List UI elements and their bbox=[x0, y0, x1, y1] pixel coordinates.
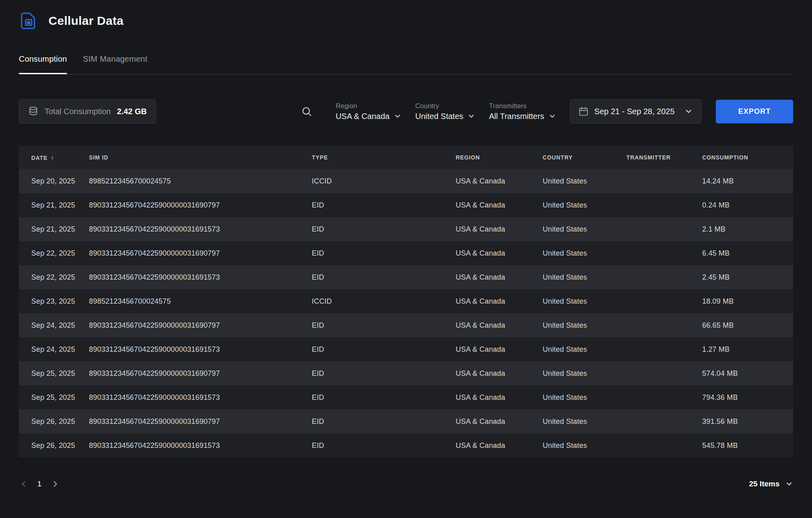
cell-transmitter bbox=[626, 361, 702, 385]
table-row: Sep 24, 20258903312345670422590000003169… bbox=[19, 337, 793, 361]
tab-consumption[interactable]: Consumption bbox=[19, 54, 67, 74]
export-button[interactable]: EXPORT bbox=[716, 100, 793, 123]
date-range-picker[interactable]: Sep 21 - Sep 28, 2025 bbox=[570, 99, 701, 123]
table-body: Sep 20, 202589852123456700024575ICCIDUSA… bbox=[19, 169, 793, 458]
cell-country: United States bbox=[543, 385, 626, 409]
cell-sim-id: 89033123456704225900000031690797 bbox=[89, 193, 312, 217]
cell-type: EID bbox=[312, 385, 456, 409]
cellular-data-page: Cellular Data Consumption SIM Management… bbox=[0, 0, 812, 518]
chevron-down-icon bbox=[785, 480, 793, 488]
cell-date: Sep 22, 2025 bbox=[19, 241, 89, 265]
cell-type: EID bbox=[312, 193, 456, 217]
column-header-consumption[interactable]: CONSUMPTION bbox=[702, 146, 793, 169]
cell-consumption: 18.09 MB bbox=[702, 289, 793, 313]
cell-region: USA & Canada bbox=[456, 409, 543, 433]
total-consumption-value: 2.42 GB bbox=[117, 107, 147, 116]
table-header: DATE↑ SIM ID TYPE REGION COUNTRY TRANSMI… bbox=[19, 146, 793, 169]
cell-consumption: 14.24 MB bbox=[702, 169, 793, 193]
cell-region: USA & Canada bbox=[456, 193, 543, 217]
cell-transmitter bbox=[626, 337, 702, 361]
column-header-transmitter[interactable]: TRANSMITTER bbox=[626, 146, 702, 169]
cell-region: USA & Canada bbox=[456, 433, 543, 458]
cell-transmitter bbox=[626, 169, 702, 193]
cell-country: United States bbox=[543, 193, 626, 217]
table-row: Sep 22, 20258903312345670422590000003169… bbox=[19, 265, 793, 289]
cell-region: USA & Canada bbox=[456, 169, 543, 193]
cell-country: United States bbox=[543, 409, 626, 433]
cell-type: EID bbox=[312, 409, 456, 433]
cell-region: USA & Canada bbox=[456, 337, 543, 361]
cell-date: Sep 26, 2025 bbox=[19, 409, 89, 433]
cell-country: United States bbox=[543, 169, 626, 193]
consumption-table: DATE↑ SIM ID TYPE REGION COUNTRY TRANSMI… bbox=[19, 146, 793, 458]
table-row: Sep 21, 20258903312345670422590000003169… bbox=[19, 217, 793, 241]
region-label: Region bbox=[335, 102, 402, 110]
search-icon bbox=[301, 106, 312, 117]
cell-date: Sep 22, 2025 bbox=[19, 265, 89, 289]
cell-consumption: 66.65 MB bbox=[702, 313, 793, 337]
cell-date: Sep 24, 2025 bbox=[19, 337, 89, 361]
transmitters-value: All Transmitters bbox=[489, 112, 544, 121]
cell-transmitter bbox=[626, 385, 702, 409]
cell-sim-id: 89033123456704225900000031691573 bbox=[89, 433, 312, 458]
cell-country: United States bbox=[543, 337, 626, 361]
chevron-down-icon bbox=[548, 112, 556, 120]
page-title: Cellular Data bbox=[48, 14, 123, 28]
cell-sim-id: 89033123456704225900000031691573 bbox=[89, 217, 312, 241]
column-header-country[interactable]: COUNTRY bbox=[543, 146, 626, 169]
cell-transmitter bbox=[626, 193, 702, 217]
cell-date: Sep 21, 2025 bbox=[19, 217, 89, 241]
calendar-icon bbox=[578, 106, 589, 117]
transmitters-label: Transmitters bbox=[489, 102, 556, 110]
cell-sim-id: 89033123456704225900000031691573 bbox=[89, 337, 312, 361]
cell-country: United States bbox=[543, 265, 626, 289]
region-dropdown[interactable]: Region USA & Canada bbox=[335, 102, 402, 121]
column-header-region[interactable]: REGION bbox=[456, 146, 543, 169]
cell-consumption: 391.56 MB bbox=[702, 409, 793, 433]
date-range-value: Sep 21 - Sep 28, 2025 bbox=[594, 107, 675, 116]
cell-transmitter bbox=[626, 433, 702, 458]
previous-page-button[interactable] bbox=[19, 479, 28, 489]
cell-type: EID bbox=[312, 241, 456, 265]
current-page[interactable]: 1 bbox=[37, 480, 42, 488]
chevron-right-icon bbox=[50, 479, 60, 489]
cell-date: Sep 23, 2025 bbox=[19, 289, 89, 313]
column-header-sim-id[interactable]: SIM ID bbox=[89, 146, 312, 169]
cell-region: USA & Canada bbox=[456, 217, 543, 241]
cell-transmitter bbox=[626, 265, 702, 289]
cell-transmitter bbox=[626, 409, 702, 433]
column-header-type[interactable]: TYPE bbox=[312, 146, 456, 169]
cell-date: Sep 26, 2025 bbox=[19, 433, 89, 458]
cell-type: EID bbox=[312, 265, 456, 289]
chevron-down-icon bbox=[684, 107, 693, 116]
cell-consumption: 794.36 MB bbox=[702, 385, 793, 409]
items-per-page-select[interactable]: 25 Items bbox=[749, 480, 793, 488]
cell-sim-id: 89033123456704225900000031691573 bbox=[89, 385, 312, 409]
cell-sim-id: 89033123456704225900000031691573 bbox=[89, 265, 312, 289]
transmitters-dropdown[interactable]: Transmitters All Transmitters bbox=[489, 102, 556, 121]
country-value: United States bbox=[415, 112, 463, 121]
cell-date: Sep 20, 2025 bbox=[19, 169, 89, 193]
cell-consumption: 545.78 MB bbox=[702, 433, 793, 458]
table-row: Sep 26, 20258903312345670422590000003169… bbox=[19, 409, 793, 433]
table-row: Sep 25, 20258903312345670422590000003169… bbox=[19, 361, 793, 385]
country-dropdown[interactable]: Country United States bbox=[415, 102, 475, 121]
cell-type: ICCID bbox=[312, 289, 456, 313]
next-page-button[interactable] bbox=[50, 479, 60, 489]
cell-region: USA & Canada bbox=[456, 313, 543, 337]
search-button[interactable] bbox=[301, 106, 312, 117]
pagination-bar: 1 25 Items bbox=[19, 479, 793, 489]
chevron-down-icon bbox=[394, 112, 402, 120]
cell-date: Sep 21, 2025 bbox=[19, 193, 89, 217]
cell-sim-id: 89033123456704225900000031690797 bbox=[89, 313, 312, 337]
cell-consumption: 1.27 MB bbox=[702, 337, 793, 361]
tab-sim-management[interactable]: SIM Management bbox=[83, 54, 147, 74]
column-header-date[interactable]: DATE↑ bbox=[19, 146, 89, 169]
cell-transmitter bbox=[626, 313, 702, 337]
cell-date: Sep 24, 2025 bbox=[19, 313, 89, 337]
cell-type: EID bbox=[312, 433, 456, 458]
cell-consumption: 2.45 MB bbox=[702, 265, 793, 289]
cell-type: EID bbox=[312, 337, 456, 361]
cell-region: USA & Canada bbox=[456, 361, 543, 385]
cell-sim-id: 89852123456700024575 bbox=[89, 289, 312, 313]
